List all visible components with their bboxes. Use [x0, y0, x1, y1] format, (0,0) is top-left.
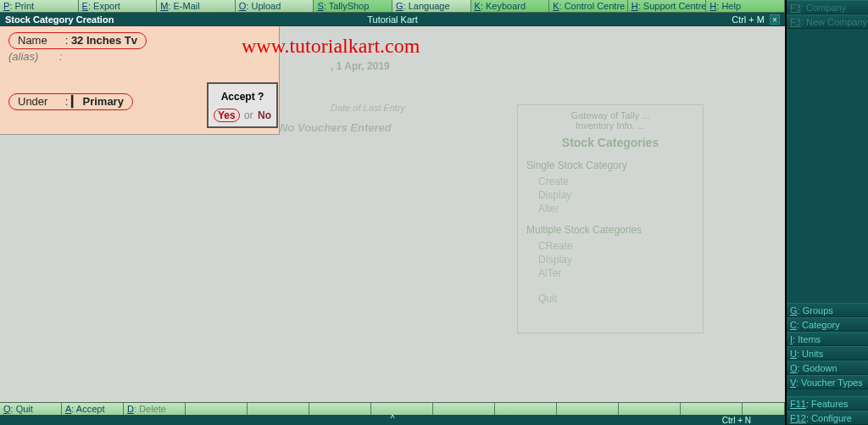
- rbtn-configure[interactable]: F12: Configure: [787, 411, 868, 425]
- rbtn-godown[interactable]: O: Godown: [787, 361, 868, 375]
- bottom-toolbar: Q: Quit A: Accept D: Delete: [0, 402, 785, 415]
- rbtn-category[interactable]: C: Category: [787, 317, 868, 332]
- gateway-title: Stock Categories: [526, 136, 694, 149]
- bottom-empty: [186, 403, 248, 415]
- rbtn-voucher-types[interactable]: V: Voucher Types: [787, 375, 868, 389]
- no-vouchers-text: No Vouchers Entered: [280, 121, 392, 134]
- toolbar-language[interactable]: G: Language: [392, 0, 471, 12]
- bottom-accept[interactable]: A: Accept: [62, 403, 124, 415]
- menu-item[interactable]: CReate: [526, 239, 694, 253]
- expand-caret-icon[interactable]: ^: [391, 414, 395, 423]
- bottom-empty: [619, 403, 681, 415]
- toolbar-help[interactable]: H: Help: [706, 0, 785, 12]
- bottom-empty: [371, 403, 433, 415]
- rbtn-company[interactable]: F3: Company: [787, 0, 868, 14]
- accept-yes-button[interactable]: Yes: [218, 109, 236, 121]
- gateway-section-multiple: Multiple Stock Categories: [526, 224, 694, 236]
- bottom-empty: [433, 403, 495, 415]
- toolbar-print[interactable]: P: Print: [0, 0, 79, 12]
- bottom-quit[interactable]: Q: Quit: [0, 403, 62, 415]
- top-toolbar: P: Print E: Export M: E-Mail O: Upload S…: [0, 0, 785, 13]
- close-icon[interactable]: ×: [770, 14, 780, 25]
- rbtn-new-company[interactable]: F3: New Company: [787, 14, 868, 29]
- under-value[interactable]: Primary: [82, 95, 123, 108]
- toolbar-support-centre[interactable]: H: Support Centre: [628, 0, 707, 12]
- rbtn-units[interactable]: U: Units: [787, 346, 868, 361]
- menu-item[interactable]: Create: [526, 175, 694, 188]
- shortcut-label: Ctrl + M×: [732, 14, 780, 25]
- bottom-empty: [743, 403, 785, 415]
- bottom-empty: [495, 403, 557, 415]
- bottom-delete[interactable]: D: Delete: [124, 403, 186, 415]
- right-sidebar: F3: Company F3: New Company G: Groups C:…: [785, 0, 868, 425]
- toolbar-keyboard[interactable]: K: Keyboard: [471, 0, 550, 12]
- company-name: Tutorial Kart: [367, 14, 418, 25]
- name-row-highlight: Name : 32 Inches Tv: [8, 32, 147, 49]
- sidebar-spacer: [787, 29, 868, 303]
- toolbar-control-centre[interactable]: K: Control Centre: [549, 0, 628, 12]
- title-bar: Stock Category Creation Tutorial Kart Ct…: [0, 13, 785, 25]
- under-label: Under: [18, 95, 62, 108]
- last-entry-label: Date of Last Entry: [331, 103, 405, 113]
- menu-item[interactable]: Alter: [526, 202, 694, 215]
- toolbar-upload[interactable]: O: Upload: [236, 0, 314, 12]
- menu-item[interactable]: AlTer: [526, 266, 694, 280]
- menu-item[interactable]: DIsplay: [526, 253, 694, 266]
- accept-yes-highlight: Yes: [214, 109, 240, 122]
- screen-title: Stock Category Creation: [5, 14, 114, 25]
- gateway-breadcrumb-1: Gateway of Tally ...: [526, 110, 694, 120]
- alias-label: (alias): [8, 50, 59, 63]
- name-value[interactable]: 32 Inches Tv: [71, 34, 137, 47]
- accept-no-button[interactable]: No: [258, 109, 271, 121]
- sidebar-gap: [787, 389, 868, 396]
- accept-title: Accept ?: [209, 84, 276, 108]
- rbtn-items[interactable]: I: Items: [787, 332, 868, 346]
- bottom-empty: [681, 403, 743, 415]
- gateway-breadcrumb-2: Inventory Info. ...: [526, 120, 694, 131]
- menu-item[interactable]: Display: [526, 188, 694, 202]
- period-date: , 1 Apr, 2019: [331, 60, 390, 72]
- rbtn-groups[interactable]: G: Groups: [787, 303, 868, 317]
- gateway-menu: Gateway of Tally ... Inventory Info. ...…: [517, 104, 704, 333]
- bottom-empty: [557, 403, 619, 415]
- toolbar-export[interactable]: E: Export: [79, 0, 158, 12]
- under-row-highlight: Under : ▎ Primary: [8, 93, 133, 110]
- statusbar-shortcut: Ctrl + N: [722, 416, 751, 425]
- accept-dialog: Accept ? Yes or No: [207, 82, 278, 128]
- bottom-empty: [309, 403, 371, 415]
- work-area: , 1 Apr, 2019 Date of Last Entry No Vouc…: [0, 25, 785, 402]
- toolbar-email[interactable]: M: E-Mail: [157, 0, 236, 12]
- gateway-section-single: Single Stock Category: [526, 159, 694, 171]
- name-label: Name: [18, 34, 62, 47]
- menu-item-quit[interactable]: Quit: [526, 292, 694, 305]
- rbtn-features[interactable]: F11: Features: [787, 396, 868, 411]
- toolbar-tallyshop[interactable]: S: TallyShop: [314, 0, 392, 12]
- bottom-empty: [248, 403, 309, 415]
- status-bar: ^ Ctrl + N: [0, 415, 785, 425]
